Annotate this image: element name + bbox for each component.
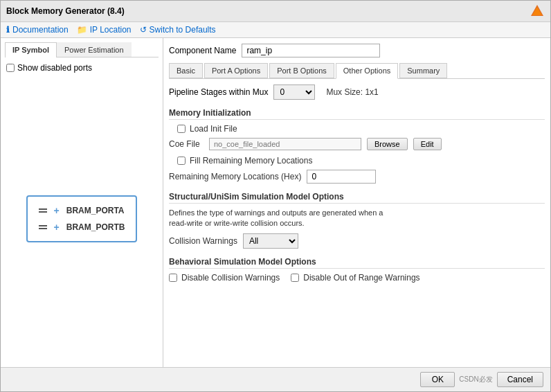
port-b-row: + BRAM_PORTB <box>39 222 125 233</box>
cancel-button[interactable]: Cancel <box>497 372 543 387</box>
collision-row: Collision Warnings All WARNING GENERATE_… <box>169 233 545 249</box>
behavioral-row: Disable Collision Warnings Disable Out o… <box>169 273 545 287</box>
port-a-label: BRAM_PORTA <box>66 206 125 215</box>
watermark: CSDN必发 <box>459 375 492 384</box>
right-tabs: Basic Port A Options Port B Options Othe… <box>169 63 545 79</box>
pipeline-label: Pipeline Stages within Mux <box>169 87 268 97</box>
port-line <box>39 211 47 213</box>
load-init-file-row: Load Init File <box>177 124 545 134</box>
disable-out-of-range-label: Disable Out of Range Warnings <box>303 273 419 283</box>
load-init-file-label: Load Init File <box>190 124 237 134</box>
coe-file-input[interactable] <box>209 138 361 150</box>
disable-out-of-range-checkbox[interactable] <box>291 274 299 282</box>
disable-collision-label: Disable Collision Warnings <box>181 273 280 283</box>
folder-icon: 📁 <box>77 25 87 35</box>
show-disabled-label: Show disabled ports <box>17 63 92 73</box>
port-b-label: BRAM_PORTB <box>66 222 125 232</box>
remaining-label: Remaining Memory Locations (Hex) <box>169 172 301 181</box>
main-window: Block Memory Generator (8.4) ℹ Documenta… <box>0 0 551 392</box>
right-panel: Component Name Basic Port A Options Port… <box>163 38 550 367</box>
port-line <box>39 225 47 226</box>
tab-basic[interactable]: Basic <box>169 63 203 78</box>
pipeline-select[interactable]: 0 1 2 <box>273 84 315 100</box>
show-disabled-checkbox[interactable] <box>6 64 15 72</box>
coe-file-label: Coe File <box>169 139 204 149</box>
fill-remaining-label: Fill Remaining Memory Locations <box>190 156 312 166</box>
component-name-label: Component Name <box>169 46 236 55</box>
left-panel: IP Symbol Power Estimation Show disabled… <box>1 38 163 367</box>
ip-location-button[interactable]: 📁 IP Location <box>77 25 132 35</box>
browse-button[interactable]: Browse <box>367 138 408 150</box>
disable-collision-checkbox[interactable] <box>169 274 177 282</box>
tab-summary[interactable]: Summary <box>399 63 447 78</box>
ip-location-label: IP Location <box>90 25 132 35</box>
tab-port-a[interactable]: Port A Options <box>204 63 268 78</box>
left-tabs: IP Symbol Power Estimation <box>5 42 159 57</box>
disable-collision-row: Disable Collision Warnings <box>169 273 280 283</box>
port-b-lines <box>39 225 47 229</box>
symbol-area: + BRAM_PORTA + BRAM_PORTB <box>5 74 159 363</box>
switch-defaults-label: Switch to Defaults <box>150 25 216 35</box>
pipeline-row: Pipeline Stages within Mux 0 1 2 Mux Siz… <box>169 84 545 100</box>
port-line <box>39 208 47 210</box>
tab-power-estimation[interactable]: Power Estimation <box>57 42 132 57</box>
collision-label: Collision Warnings <box>169 236 237 246</box>
plus-icon-a: + <box>54 205 60 216</box>
show-disabled-row: Show disabled ports <box>5 62 159 74</box>
collision-select[interactable]: All WARNING GENERATE_X_ONLY NONE <box>243 233 298 249</box>
port-a-lines <box>39 208 47 213</box>
panel-content: Pipeline Stages within Mux 0 1 2 Mux Siz… <box>169 84 545 362</box>
fill-remaining-row: Fill Remaining Memory Locations <box>177 156 545 166</box>
ok-button[interactable]: OK <box>420 372 455 387</box>
bram-symbol: + BRAM_PORTA + BRAM_PORTB <box>26 195 138 242</box>
toolbar: ℹ Documentation 📁 IP Location ↺ Switch t… <box>1 22 550 38</box>
port-line <box>39 228 47 229</box>
doc-label: Documentation <box>12 25 69 35</box>
plus-icon-b: + <box>54 222 60 233</box>
title-bar: Block Memory Generator (8.4) <box>1 1 550 22</box>
info-icon: ℹ <box>6 25 10 35</box>
structural-description: Defines the type of warnings and outputs… <box>169 208 545 229</box>
disable-out-of-range-row: Disable Out of Range Warnings <box>291 273 419 283</box>
xilinx-logo <box>530 3 545 19</box>
window-title: Block Memory Generator (8.4) <box>6 6 125 16</box>
behavioral-header: Behavioral Simulation Model Options <box>169 257 545 269</box>
memory-init-header: Memory Initialization <box>169 108 545 120</box>
footer: OK CSDN必发 Cancel <box>1 367 550 391</box>
main-content: IP Symbol Power Estimation Show disabled… <box>1 38 550 367</box>
switch-defaults-button[interactable]: ↺ Switch to Defaults <box>140 25 216 35</box>
load-init-file-checkbox[interactable] <box>177 125 186 133</box>
tab-other-options[interactable]: Other Options <box>336 63 398 79</box>
component-name-row: Component Name <box>169 44 545 57</box>
coe-file-row: Coe File Browse Edit <box>169 138 545 150</box>
component-name-input[interactable] <box>242 44 380 57</box>
remaining-row: Remaining Memory Locations (Hex) <box>169 170 545 184</box>
structural-header: Structural/UniSim Simulation Model Optio… <box>169 192 545 204</box>
tab-ip-symbol[interactable]: IP Symbol <box>5 42 57 57</box>
fill-remaining-checkbox[interactable] <box>177 157 186 165</box>
port-a-row: + BRAM_PORTA <box>39 205 125 216</box>
documentation-button[interactable]: ℹ Documentation <box>6 25 69 35</box>
mux-size-label: Mux Size: 1x1 <box>326 87 378 97</box>
tab-port-b[interactable]: Port B Options <box>269 63 334 78</box>
refresh-icon: ↺ <box>140 25 147 35</box>
edit-button[interactable]: Edit <box>413 138 442 150</box>
remaining-input[interactable] <box>307 170 376 184</box>
